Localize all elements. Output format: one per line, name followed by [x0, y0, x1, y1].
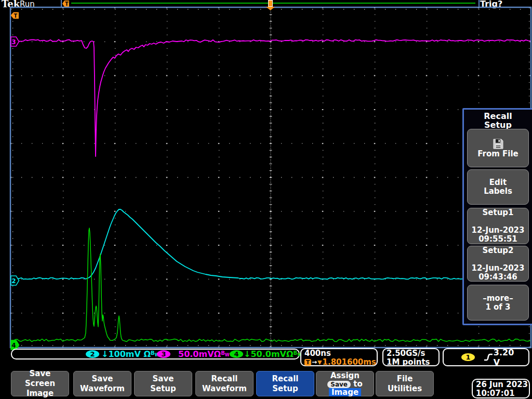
menu-button-more[interactable]: –more– 1 of 3: [467, 285, 529, 321]
trigger-reference-marker[interactable]: T: [10, 12, 19, 19]
menu-button-label: –more– 1 of 3: [483, 294, 513, 312]
button-assign-save-to[interactable]: Assign Save to Image: [316, 371, 374, 396]
floppy-disk-icon: [493, 138, 504, 150]
trigger-source-badge: 1: [461, 353, 475, 361]
side-menu-title: Recall Setup: [464, 110, 532, 129]
menu-button-label: Setup2 12-Jun-2023 09:43:46: [471, 246, 524, 282]
side-menu-panel: Recall Setup From File Edit Labels Setup…: [462, 108, 532, 325]
channel-marker-number: 3: [11, 38, 16, 46]
button-recall-waveform[interactable]: Recall Waveform: [195, 371, 254, 396]
date: 26 Jun 2023: [476, 380, 529, 389]
ch2-readout: ↓100mV ΩBW: [101, 349, 159, 359]
timebase-readout: 400ns T → ▼ 1.801600ms: [300, 348, 378, 366]
channel-marker-number: 2: [11, 277, 16, 285]
assign-target: Image: [329, 388, 361, 396]
button-save-screen-image[interactable]: Save Screen Image: [11, 371, 69, 396]
menu-button-setup2[interactable]: Setup2 12-Jun-2023 09:43:46: [467, 246, 529, 282]
ch3-readout: 50.0mVΩBW: [178, 349, 230, 359]
timebase-delay: T → ▼ 1.801600ms: [304, 358, 377, 366]
sample-rate: 2.50GS/s: [387, 349, 438, 358]
ch4-badge: 4: [230, 350, 243, 358]
delay-t-icon: T: [304, 359, 311, 366]
menu-button-from-file[interactable]: From File: [467, 129, 529, 167]
menu-button-label: Setup1 12-Jun-2023 09:55:51: [471, 208, 524, 244]
channel-marker-3[interactable]: 3: [10, 36, 20, 47]
delay-arrow-icon: →: [312, 358, 317, 366]
waveform-ch2: [11, 209, 462, 280]
time: 10:07:01: [476, 389, 529, 398]
menu-button-edit-labels[interactable]: Edit Labels: [467, 169, 529, 205]
acquisition-readout: 2.50GS/s 1M points: [382, 348, 440, 366]
waveform-display: [0, 0, 532, 399]
timebase-scale: 400ns: [304, 349, 377, 358]
trigger-readout: 1 3.20 V: [443, 348, 529, 366]
button-recall-setup[interactable]: Recall Setup: [256, 371, 314, 396]
ch2-badge: 2: [86, 350, 99, 358]
record-length: 1M points: [387, 358, 438, 367]
button-save-setup[interactable]: Save Setup: [134, 371, 192, 396]
delay-value: 1.801600ms: [323, 357, 376, 367]
ch3-badge: 3: [157, 350, 170, 358]
trigger-level: 3.20 V: [494, 348, 523, 367]
channel-marker-number: 4: [11, 342, 16, 349]
delay-triangle-icon: ▼: [317, 359, 322, 366]
menu-button-setup1[interactable]: Setup1 12-Jun-2023 09:55:51: [467, 208, 529, 244]
menu-button-label: From File: [477, 150, 518, 158]
assign-line1: Assign: [330, 371, 360, 380]
trigger-reference-letter: T: [14, 13, 18, 19]
menu-button-label: Edit Labels: [484, 178, 512, 196]
trigger-position-marker[interactable]: [265, 0, 275, 11]
channel-readout-bar: 2 ↓100mV ΩBW 3 50.0mVΩBW 4 ↓50.0mVΩBW: [11, 349, 300, 360]
oscilloscope-screen: Tek Run T Trig? 324 T Recall Setup From …: [0, 0, 532, 399]
ch4-readout: ↓50.0mVΩBW: [244, 349, 302, 359]
save-key-badge: Save: [327, 381, 351, 388]
datetime-display: 26 Jun 2023 10:07:01: [472, 379, 530, 398]
rising-edge-icon: [483, 353, 494, 362]
channel-marker-2[interactable]: 2: [10, 275, 20, 286]
button-save-waveform[interactable]: Save Waveform: [73, 371, 131, 396]
button-file-utilities[interactable]: File Utilities: [376, 371, 434, 396]
assign-line2: Save to: [327, 380, 362, 388]
